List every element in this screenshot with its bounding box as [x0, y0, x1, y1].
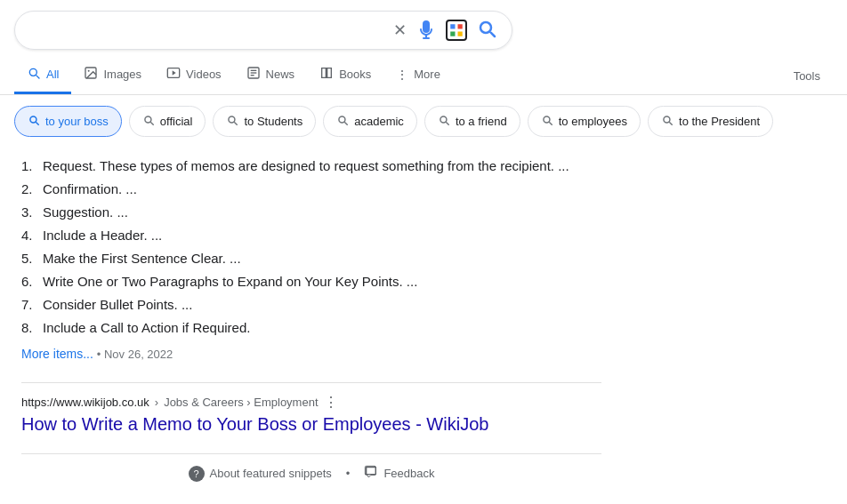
- chip-search-icon-employees: [541, 114, 553, 129]
- chip-search-icon-students: [226, 114, 238, 129]
- tab-books[interactable]: Books: [307, 57, 383, 94]
- list-item: 2.Confirmation. ...: [21, 178, 601, 201]
- snippet-date: • Nov 26, 2022: [97, 348, 173, 361]
- list-text: Write One or Two Paragraphs to Expand on…: [43, 271, 417, 292]
- all-icon: [27, 66, 41, 83]
- result-url-text: https://www.wikijob.co.uk: [21, 396, 149, 409]
- svg-rect-1: [458, 24, 463, 28]
- news-icon: [246, 66, 261, 83]
- images-icon: [84, 66, 98, 83]
- list-item: 1.Request. These types of memos are desi…: [21, 155, 601, 178]
- list-text: Consider Bullet Points. ...: [43, 294, 192, 316]
- chip-employees[interactable]: to employees: [528, 106, 641, 137]
- tab-news[interactable]: News: [234, 57, 308, 94]
- clear-icon[interactable]: ✕: [393, 20, 407, 40]
- list-number: 3.: [21, 202, 39, 223]
- list-item: 4.Include a Header. ...: [21, 224, 601, 247]
- result-url-row: https://www.wikijob.co.uk › Jobs & Caree…: [21, 394, 601, 411]
- list-number: 2.: [21, 179, 39, 200]
- videos-icon: [166, 66, 181, 83]
- chip-search-icon-boss: [28, 114, 40, 129]
- books-icon: [319, 66, 334, 83]
- svg-rect-0: [450, 24, 455, 28]
- chip-president[interactable]: to the President: [648, 106, 773, 137]
- chip-students[interactable]: to Students: [213, 106, 316, 137]
- feedback-icon: [364, 465, 378, 482]
- list-text: Include a Header. ...: [43, 225, 162, 246]
- search-submit-icon[interactable]: [476, 18, 497, 44]
- search-bar: How to write a memo to your boss? ✕: [0, 0, 847, 57]
- dot-separator: •: [346, 467, 351, 480]
- svg-marker-7: [173, 70, 176, 75]
- chip-friend[interactable]: to a friend: [424, 106, 520, 137]
- list-number: 5.: [21, 248, 39, 269]
- results-container: 1.Request. These types of memos are desi…: [0, 148, 623, 500]
- about-snippets-icon: ?: [189, 466, 205, 482]
- list-item: 6.Write One or Two Paragraphs to Expand …: [21, 270, 601, 293]
- result-menu-icon[interactable]: ⋮: [324, 394, 338, 411]
- more-dots-icon: ⋮: [396, 68, 408, 82]
- chip-academic[interactable]: academic: [323, 106, 417, 137]
- chip-search-icon-friend: [438, 114, 450, 129]
- feedback-item[interactable]: Feedback: [364, 465, 434, 482]
- more-items-row: More items... • Nov 26, 2022: [21, 347, 601, 361]
- result-breadcrumb: ›: [155, 396, 158, 409]
- list-text: Request. These types of memos are design…: [43, 156, 569, 177]
- list-item: 7.Consider Bullet Points. ...: [21, 293, 601, 316]
- bottom-bar: ? About featured snippets • Feedback: [21, 453, 601, 492]
- list-number: 7.: [21, 294, 39, 316]
- chip-boss[interactable]: to your boss: [14, 106, 122, 137]
- list-text: Confirmation. ...: [43, 179, 137, 200]
- list-item: 5.Make the First Sentence Clear. ...: [21, 247, 601, 270]
- list-number: 4.: [21, 225, 39, 246]
- list-text: Make the First Sentence Clear. ...: [43, 248, 241, 269]
- list-number: 8.: [21, 317, 39, 339]
- search-input[interactable]: How to write a memo to your boss?: [29, 22, 384, 38]
- microphone-icon[interactable]: [415, 20, 437, 41]
- list-text: Suggestion. ...: [43, 202, 128, 223]
- result-breadcrumb-text: Jobs & Careers › Employment: [164, 396, 318, 409]
- list-item: 8.Include a Call to Action if Required.: [21, 316, 601, 340]
- tab-all[interactable]: All: [14, 57, 71, 94]
- nav-tabs: All Images Videos News Books ⋮ More Tool…: [0, 57, 847, 95]
- chip-search-icon-academic: [336, 114, 349, 129]
- list-number: 6.: [21, 271, 39, 292]
- related-searches-chips: to your boss official to Students academ…: [0, 95, 847, 148]
- featured-snippet: 1.Request. These types of memos are desi…: [21, 155, 601, 372]
- svg-rect-2: [450, 32, 455, 36]
- chip-search-icon-president: [661, 114, 674, 129]
- list-item: 3.Suggestion. ...: [21, 201, 601, 224]
- about-snippets-item[interactable]: ? About featured snippets: [189, 466, 332, 482]
- tab-more[interactable]: ⋮ More: [383, 59, 453, 93]
- snippet-list: 1.Request. These types of memos are desi…: [21, 155, 601, 340]
- tab-videos[interactable]: Videos: [154, 57, 234, 94]
- search-box: How to write a memo to your boss? ✕: [14, 11, 512, 50]
- tools-button[interactable]: Tools: [781, 60, 833, 92]
- svg-rect-3: [458, 32, 463, 36]
- google-lens-icon[interactable]: [446, 20, 467, 41]
- chip-search-icon-official: [142, 114, 155, 129]
- tab-images[interactable]: Images: [71, 57, 154, 94]
- list-text: Include a Call to Action if Required.: [43, 317, 250, 339]
- more-items-link[interactable]: More items...: [21, 347, 93, 361]
- chip-official[interactable]: official: [129, 106, 206, 137]
- list-number: 1.: [21, 156, 39, 177]
- result-title[interactable]: How to Write a Memo to Your Boss or Empl…: [21, 414, 488, 434]
- svg-point-5: [88, 70, 90, 72]
- divider: [21, 382, 601, 383]
